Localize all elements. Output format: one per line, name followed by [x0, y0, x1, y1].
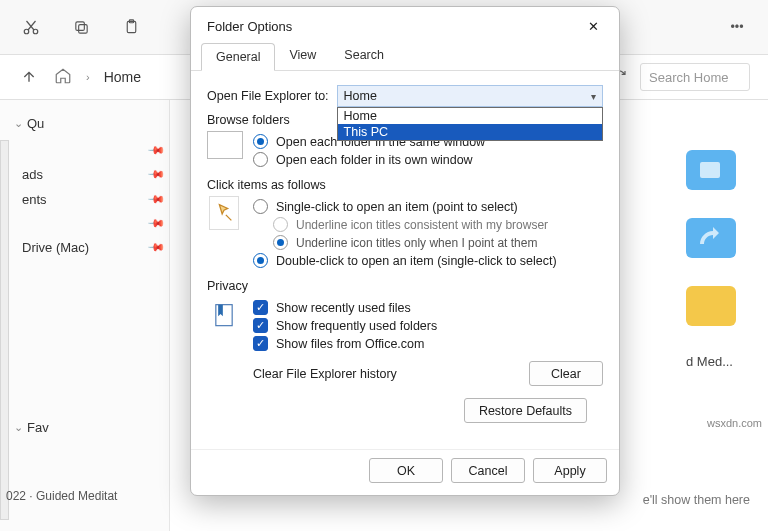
- folder-item[interactable]: [686, 218, 736, 258]
- privacy-icon: [208, 297, 240, 331]
- home-icon: [54, 67, 72, 88]
- close-button[interactable]: ✕: [582, 17, 605, 36]
- search-input[interactable]: Search Home: [640, 63, 750, 91]
- sidebar-group-quick[interactable]: ⌄Qu: [14, 116, 163, 131]
- chevron-down-icon: ▾: [591, 91, 596, 102]
- label: Underline icon titles only when I point …: [296, 236, 537, 250]
- clear-history-label: Clear File Explorer history: [253, 367, 397, 381]
- watermark: wsxdn.com: [707, 417, 762, 429]
- tab-view[interactable]: View: [275, 42, 330, 70]
- up-icon[interactable]: [18, 66, 40, 88]
- ok-button[interactable]: OK: [369, 458, 443, 483]
- cut-icon[interactable]: [20, 16, 42, 38]
- sidebar: ⌄Qu 📌 ads📌 ents📌 📌 Drive (Mac)📌 ⌄Fav: [0, 100, 170, 531]
- sidebar-item[interactable]: 📌: [4, 212, 163, 235]
- pin-icon: 📌: [146, 165, 165, 184]
- combo-dropdown: Home This PC: [337, 107, 603, 141]
- dialog-title: Folder Options: [207, 19, 292, 34]
- scrollbar[interactable]: [0, 140, 9, 520]
- pin-icon: 📌: [146, 190, 165, 209]
- sidebar-item[interactable]: Drive (Mac)📌: [4, 235, 163, 260]
- copy-icon[interactable]: [70, 16, 92, 38]
- more-icon[interactable]: •••: [726, 16, 748, 38]
- footer-left-text: 022 · Guided Meditat: [6, 489, 117, 503]
- check-recent-files[interactable]: [253, 300, 268, 315]
- label: Single-click to open an item (point to s…: [276, 200, 518, 214]
- folder-label: d Med...: [686, 354, 736, 369]
- sidebar-group-fav[interactable]: ⌄Fav: [14, 420, 163, 435]
- dropdown-option-home[interactable]: Home: [338, 108, 602, 124]
- check-office-files[interactable]: [253, 336, 268, 351]
- dropdown-option-thispc[interactable]: This PC: [338, 124, 602, 140]
- radio-same-window[interactable]: [253, 134, 268, 149]
- svg-rect-2: [78, 24, 87, 33]
- sidebar-item[interactable]: ads📌: [4, 162, 163, 187]
- chevron-down-icon: ⌄: [14, 421, 23, 434]
- label: Show frequently used folders: [276, 319, 437, 333]
- combo-value: Home: [344, 89, 377, 103]
- radio-own-window[interactable]: [253, 152, 268, 167]
- open-explorer-label: Open File Explorer to:: [207, 89, 329, 103]
- privacy-title: Privacy: [207, 279, 603, 293]
- tab-search[interactable]: Search: [330, 42, 398, 70]
- sidebar-item[interactable]: 📌: [4, 139, 163, 162]
- label: Show files from Office.com: [276, 337, 424, 351]
- chevron-down-icon: ⌄: [14, 117, 23, 130]
- click-icon: [209, 196, 239, 230]
- click-items-title: Click items as follows: [207, 178, 603, 192]
- restore-defaults-button[interactable]: Restore Defaults: [464, 398, 587, 423]
- folder-options-dialog: Folder Options ✕ General View Search Ope…: [190, 6, 620, 496]
- folder-preview-icon: [207, 131, 243, 159]
- radio-underline-browser: [273, 217, 288, 232]
- paste-icon[interactable]: [120, 16, 142, 38]
- label: Underline icon titles consistent with my…: [296, 218, 548, 232]
- sidebar-item[interactable]: ents📌: [4, 187, 163, 212]
- svg-rect-6: [700, 162, 720, 178]
- pin-icon: 📌: [146, 141, 165, 160]
- radio-double-click[interactable]: [253, 253, 268, 268]
- folder-item[interactable]: [686, 150, 736, 190]
- apply-button[interactable]: Apply: [533, 458, 607, 483]
- pin-icon: 📌: [146, 214, 165, 233]
- svg-rect-3: [75, 21, 84, 29]
- open-explorer-combo[interactable]: Home ▾ Home This PC: [337, 85, 603, 107]
- folder-item[interactable]: [686, 286, 736, 326]
- label: Open each folder in its own window: [276, 153, 473, 167]
- cancel-button[interactable]: Cancel: [451, 458, 525, 483]
- check-frequent-folders[interactable]: [253, 318, 268, 333]
- footer-right-text: e'll show them here: [643, 493, 750, 507]
- tab-bar: General View Search: [191, 42, 619, 71]
- label: Show recently used files: [276, 301, 411, 315]
- pin-icon: 📌: [146, 238, 165, 257]
- clear-button[interactable]: Clear: [529, 361, 603, 386]
- label: Double-click to open an item (single-cli…: [276, 254, 557, 268]
- chevron-right-icon: ›: [86, 71, 90, 83]
- radio-underline-point: [273, 235, 288, 250]
- tab-general[interactable]: General: [201, 43, 275, 71]
- radio-single-click[interactable]: [253, 199, 268, 214]
- breadcrumb[interactable]: Home: [104, 69, 141, 85]
